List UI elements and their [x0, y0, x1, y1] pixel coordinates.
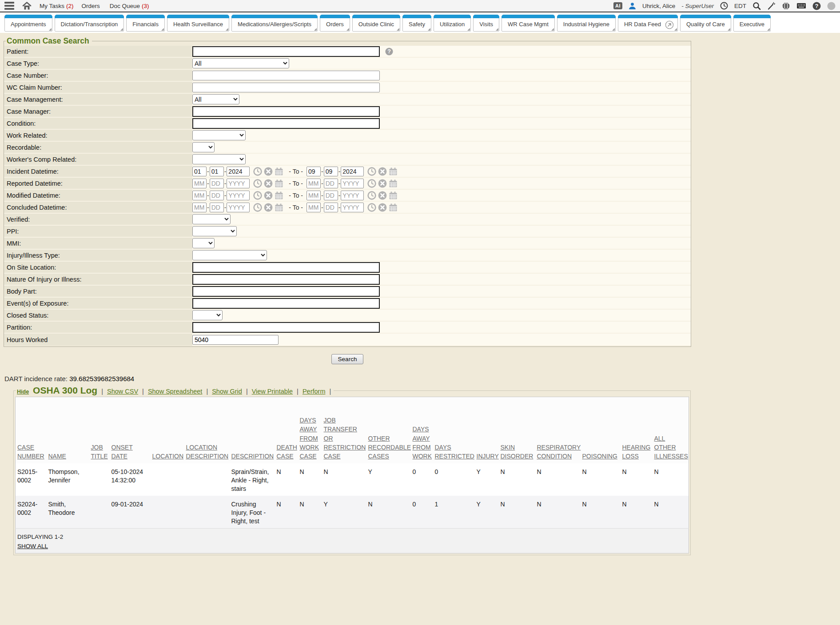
- sort-all-other-illnesses[interactable]: ALL OTHER ILLNESSES: [654, 435, 688, 460]
- sort-other-recordable-cases[interactable]: OTHER RECORDABLE CASES: [368, 435, 411, 460]
- calendar-icon[interactable]: [275, 179, 283, 188]
- calendar-icon[interactable]: [275, 203, 283, 212]
- menu-icon[interactable]: [4, 2, 14, 10]
- globe-icon[interactable]: [782, 2, 790, 10]
- clear-date-icon[interactable]: [264, 167, 273, 176]
- verified-select[interactable]: [192, 214, 231, 224]
- nav-my-tasks[interactable]: My Tasks (2): [40, 3, 74, 9]
- modified-to-month-input[interactable]: [307, 191, 321, 200]
- clear-date-icon[interactable]: [264, 203, 273, 212]
- sort-case-number[interactable]: CASE NUMBER: [17, 444, 44, 460]
- sort-job-title[interactable]: JOB TITLE: [91, 444, 108, 460]
- modified-to-year-input[interactable]: [341, 191, 364, 200]
- incident-from-month-input[interactable]: [192, 167, 207, 176]
- incident-to-day-input[interactable]: [324, 167, 338, 176]
- table-row[interactable]: S2015-0002 Thompson, Jennifer 05-10-2024…: [16, 463, 689, 496]
- calendar-icon[interactable]: [275, 167, 283, 176]
- time-picker-icon[interactable]: [367, 191, 376, 200]
- wand-icon[interactable]: [767, 2, 776, 10]
- calendar-icon[interactable]: [389, 179, 398, 188]
- incident-to-year-input[interactable]: [341, 167, 364, 176]
- nav-doc-queue[interactable]: Doc Queue (3): [110, 3, 149, 9]
- sort-name[interactable]: NAME: [48, 453, 66, 460]
- calendar-icon[interactable]: [389, 167, 398, 176]
- tab-utilization[interactable]: Utilization: [434, 15, 471, 32]
- sort-poisoning[interactable]: POISONING: [582, 453, 617, 460]
- clear-date-icon[interactable]: [264, 179, 273, 188]
- tab-orders[interactable]: Orders: [320, 15, 350, 32]
- sort-onset-date[interactable]: ONSET DATE: [111, 444, 133, 460]
- clear-date-icon[interactable]: [378, 191, 387, 200]
- injury-illness-type-select[interactable]: [192, 250, 267, 260]
- keyboard-icon[interactable]: [796, 2, 806, 9]
- clear-date-icon[interactable]: [378, 179, 387, 188]
- sort-death-case[interactable]: DEATH CASE: [277, 444, 297, 460]
- modified-from-month-input[interactable]: [192, 191, 207, 200]
- mmi-select[interactable]: [192, 238, 215, 248]
- reported-to-year-input[interactable]: [341, 179, 364, 188]
- tab-executive[interactable]: Executive: [733, 15, 771, 32]
- case-manager-input[interactable]: [192, 106, 380, 117]
- tab-dictation-transcription[interactable]: Dictation/Transcription: [55, 15, 124, 32]
- time-picker-icon[interactable]: [253, 167, 262, 176]
- calendar-icon[interactable]: [389, 203, 398, 212]
- tab-hr-data-feed[interactable]: HR Data Feed: [618, 15, 678, 32]
- sort-description[interactable]: DESCRIPTION: [231, 453, 274, 460]
- reported-from-day-input[interactable]: [210, 179, 224, 188]
- time-picker-icon[interactable]: [253, 191, 262, 200]
- modified-from-year-input[interactable]: [227, 191, 250, 200]
- tab-quality-of-care[interactable]: Quality of Care: [680, 15, 731, 32]
- events-of-exposure-input[interactable]: [192, 298, 380, 309]
- search-button[interactable]: Search: [331, 354, 364, 364]
- tab-financials[interactable]: Financials: [126, 15, 165, 32]
- clear-date-icon[interactable]: [264, 191, 273, 200]
- sort-days-restricted[interactable]: DAYS RESTRICTED: [435, 444, 474, 460]
- external-link-icon[interactable]: [665, 20, 674, 29]
- recordable-select[interactable]: [192, 142, 215, 152]
- modified-to-day-input[interactable]: [324, 191, 338, 200]
- calendar-icon[interactable]: [275, 191, 283, 200]
- patient-help-icon[interactable]: ?: [385, 48, 393, 56]
- concluded-from-year-input[interactable]: [227, 203, 250, 212]
- view-printable-link[interactable]: View Printable: [252, 388, 293, 395]
- modified-from-day-input[interactable]: [210, 191, 224, 200]
- clear-date-icon[interactable]: [378, 203, 387, 212]
- timezone-label[interactable]: EDT: [734, 3, 746, 9]
- ppi-select[interactable]: [192, 226, 237, 236]
- nature-of-injury-input[interactable]: [192, 274, 380, 285]
- condition-input[interactable]: [192, 118, 380, 129]
- reported-to-month-input[interactable]: [307, 179, 321, 188]
- time-picker-icon[interactable]: [253, 179, 262, 188]
- tab-health-surveillance[interactable]: Health Surveillance: [167, 15, 229, 32]
- patient-input[interactable]: [192, 46, 380, 57]
- clear-date-icon[interactable]: [378, 167, 387, 176]
- concluded-from-day-input[interactable]: [210, 203, 224, 212]
- tab-visits[interactable]: Visits: [473, 15, 499, 32]
- workers-comp-related-select[interactable]: [192, 154, 246, 164]
- concluded-to-year-input[interactable]: [341, 203, 364, 212]
- case-management-select[interactable]: All: [192, 94, 239, 104]
- reported-from-year-input[interactable]: [227, 179, 250, 188]
- body-part-input[interactable]: [192, 286, 380, 297]
- calendar-icon[interactable]: [389, 191, 398, 200]
- work-related-select[interactable]: [192, 130, 246, 140]
- time-picker-icon[interactable]: [367, 167, 376, 176]
- sort-days-away-from-work-case[interactable]: DAYS AWAY FROM WORK CASE: [300, 417, 319, 460]
- hours-worked-input[interactable]: [192, 335, 279, 345]
- wc-claim-number-input[interactable]: [192, 83, 380, 92]
- table-row[interactable]: S2024-0002 Smith, Theodore 09-01-2024 Cr…: [16, 496, 689, 528]
- case-number-input[interactable]: [192, 71, 380, 80]
- time-picker-icon[interactable]: [367, 203, 376, 212]
- incident-to-month-input[interactable]: [307, 167, 321, 176]
- nav-orders[interactable]: Orders: [82, 3, 102, 9]
- show-all-link[interactable]: SHOW ALL: [17, 542, 48, 550]
- concluded-from-month-input[interactable]: [192, 203, 207, 212]
- tab-outside-clinic[interactable]: Outside Clinic: [352, 15, 400, 32]
- sort-hearing-loss[interactable]: HEARING LOSS: [622, 444, 651, 460]
- sort-job-transfer-or-restriction-case[interactable]: JOB TRANSFER OR RESTRICTION CASE: [324, 417, 366, 460]
- hide-link[interactable]: Hide: [17, 389, 29, 395]
- sort-respiratory-condition[interactable]: RESPIRATORY CONDITION: [537, 444, 581, 460]
- partition-input[interactable]: [192, 322, 380, 333]
- tab-industrial-hygiene[interactable]: Industrial Hygiene: [557, 15, 616, 32]
- sort-injury[interactable]: INJURY: [477, 453, 499, 460]
